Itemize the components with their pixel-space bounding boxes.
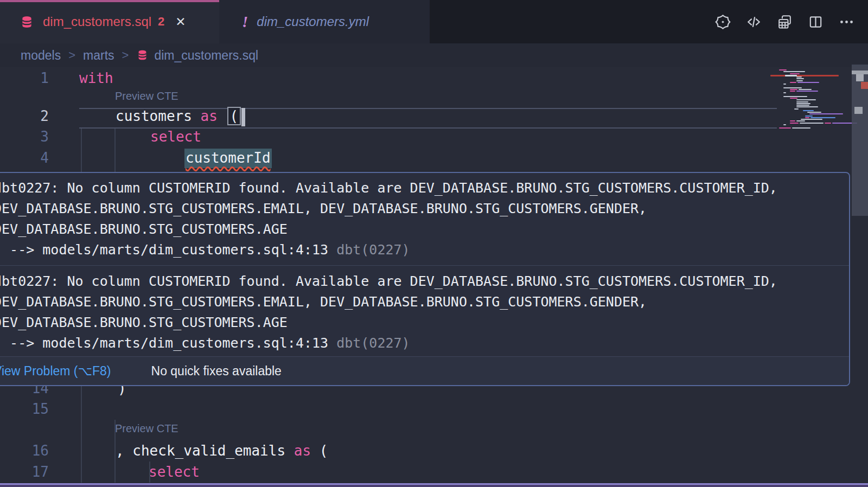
- line-number: 1: [0, 68, 49, 88]
- minimap-code-bar: [796, 78, 804, 79]
- minimap-code-bar: [783, 71, 805, 72]
- code-line: , check_valid_emails as (: [116, 440, 328, 461]
- minimap-code-bar: [779, 127, 791, 129]
- error-message-line: DEV_DATABASE.BRUNO.STG_CUSTOMERS.EMAIL, …: [0, 198, 849, 219]
- code-line: select: [150, 126, 201, 147]
- line-number: 15: [0, 399, 49, 419]
- error-location-line: --> models/marts/dim_customers.sql:4:13 …: [0, 240, 849, 260]
- indent-guide: [114, 420, 116, 483]
- chevron-right-icon: >: [68, 48, 75, 62]
- more-actions-icon[interactable]: [837, 12, 856, 31]
- minimap-code-bar: [805, 116, 813, 117]
- minimap-code-bar: [796, 101, 808, 102]
- error-file-location[interactable]: --> models/marts/dim_customers.sql:4:13: [0, 242, 336, 258]
- problem-hover-panel: dbt0227: No column CUSTOMERID found. Ava…: [0, 172, 850, 386]
- code-line: customers as (: [116, 106, 245, 126]
- minimap-code-bar: [796, 103, 810, 104]
- selected-word-error: customerId: [184, 149, 272, 168]
- minimap-selection: [785, 75, 797, 76]
- minimap-code-bar: [807, 112, 821, 113]
- error-file-location[interactable]: --> models/marts/dim_customers.sql:4:13: [0, 335, 336, 351]
- breadcrumb-item-file[interactable]: dim_customers.sql: [154, 48, 258, 63]
- minimap-code-bar: [790, 91, 795, 92]
- preview-cte-code-lens[interactable]: Preview CTE: [115, 90, 178, 102]
- error-message-block: dbt0227: No column CUSTOMERID found. Ava…: [0, 265, 849, 354]
- minimap-code-bar: [783, 84, 786, 85]
- minimap-code-bar: [810, 117, 835, 118]
- minimap-code-bar: [796, 76, 802, 78]
- minimap-code-bar: [796, 99, 816, 100]
- code-line: with: [79, 68, 113, 88]
- line-number: 17: [0, 462, 49, 482]
- editor-actions: [713, 0, 856, 43]
- compile-sql-icon[interactable]: [744, 12, 763, 31]
- text-cursor: [241, 108, 245, 126]
- error-source-code: dbt(0227): [336, 242, 410, 258]
- minimap-code-bar: [803, 110, 814, 111]
- tab-dim-customers-yml[interactable]: ! dim_customers.yml: [219, 0, 430, 43]
- query-results-icon[interactable]: [775, 12, 794, 31]
- window-bottom-border: [0, 485, 868, 487]
- breadcrumb-item-models[interactable]: models: [21, 48, 61, 63]
- minimap-code-bar: [779, 69, 787, 71]
- close-icon[interactable]: ✕: [175, 15, 186, 29]
- tab-bar: dim_customers.sql 2 ✕ ! dim_customers.ym…: [0, 0, 868, 43]
- error-source-code: dbt(0227): [336, 335, 410, 351]
- tab-dirty-count: 2: [158, 15, 164, 29]
- minimap-code-bar: [790, 123, 799, 124]
- preview-cte-code-lens[interactable]: Preview CTE: [115, 422, 178, 435]
- scrollbar[interactable]: [852, 67, 868, 487]
- active-tab-indicator: [0, 0, 219, 2]
- line-number: 4: [0, 148, 49, 168]
- view-problem-link[interactable]: View Problem (⌥F8): [0, 364, 111, 379]
- minimap-code-bar: [801, 119, 822, 120]
- minimap-code-bar: [783, 124, 786, 125]
- minimap-code-bar: [805, 117, 809, 118]
- minimap-error-line: [770, 75, 839, 76]
- error-message-block: dbt0227: No column CUSTOMERID found. Ava…: [0, 173, 849, 260]
- overview-ruler-mark: [861, 82, 868, 89]
- minimap-code-bar: [809, 113, 843, 114]
- minimap-code-bar: [790, 82, 796, 83]
- dbt-power-user-icon[interactable]: [713, 12, 732, 31]
- warning-icon: !: [242, 13, 248, 31]
- error-message-line: DEV_DATABASE.BRUNO.STG_CUSTOMERS.AGE: [0, 312, 849, 333]
- minimap-code-bar: [797, 82, 819, 83]
- code-line: select: [149, 462, 200, 482]
- minimap-code-bar: [796, 80, 803, 81]
- minimap-code-bar: [825, 123, 831, 124]
- minimap-code-bar: [794, 108, 799, 110]
- minimap-code-bar: [790, 73, 800, 74]
- line-number: 16: [0, 440, 49, 461]
- minimap-code-bar: [800, 123, 824, 124]
- error-message-line: dbt0227: No column CUSTOMERID found. Ava…: [0, 271, 849, 292]
- database-icon: [136, 49, 149, 65]
- tab-dim-customers-sql[interactable]: dim_customers.sql 2 ✕: [0, 0, 219, 43]
- breadcrumb-item-marts[interactable]: marts: [83, 48, 114, 63]
- chevron-right-icon: >: [122, 48, 129, 62]
- error-message-line: DEV_DATABASE.BRUNO.STG_CUSTOMERS.AGE: [0, 219, 849, 240]
- overview-ruler-mark: [854, 107, 863, 114]
- minimap-code-bar: [796, 106, 818, 107]
- line-number: 2: [0, 106, 49, 126]
- code-line: customerId: [184, 148, 272, 168]
- database-icon: [20, 15, 34, 29]
- minimap-code-bar: [796, 105, 809, 106]
- indent-guide: [114, 129, 116, 172]
- line-number: 3: [0, 126, 49, 147]
- minimap-code-bar: [799, 89, 812, 90]
- minimap-code-bar: [790, 98, 797, 99]
- tab-label: dim_customers.yml: [257, 14, 369, 29]
- hover-status-bar: View Problem (⌥F8) No quick fixes availa…: [0, 356, 849, 385]
- error-message-line: DEV_DATABASE.BRUNO.STG_CUSTOMERS.EMAIL, …: [0, 292, 849, 312]
- matched-bracket: (: [227, 107, 241, 125]
- overview-ruler-mark: [856, 74, 864, 81]
- tab-label: dim_customers.sql: [43, 14, 151, 29]
- indent-guide: [149, 462, 150, 483]
- minimap-code-bar: [796, 120, 805, 121]
- breadcrumb: models > marts > dim_customers.sql: [0, 43, 868, 67]
- minimap-code-bar: [783, 87, 802, 88]
- quick-fix-message: No quick fixes available: [151, 364, 282, 379]
- minimap[interactable]: [760, 67, 841, 138]
- split-editor-icon[interactable]: [806, 12, 825, 31]
